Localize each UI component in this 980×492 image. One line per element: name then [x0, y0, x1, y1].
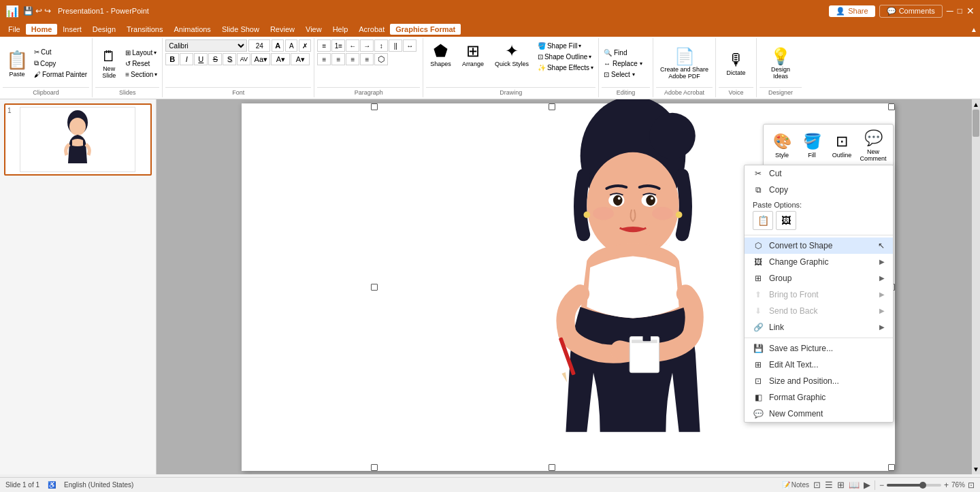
- menu-slideshow[interactable]: Slide Show: [216, 24, 265, 35]
- find-btn[interactable]: 🔍 Find: [602, 48, 650, 58]
- adobe-pdf-button[interactable]: 📄 Create and Share Adobe PDF: [656, 45, 713, 82]
- dictate-button[interactable]: 🎙 Dictate: [723, 48, 750, 78]
- float-style-btn[interactable]: 🎨 Style: [768, 127, 796, 164]
- menu-home[interactable]: Home: [26, 24, 58, 35]
- float-outline-btn[interactable]: ⊡ Outline: [828, 127, 856, 164]
- context-change-graphic[interactable]: 🖼 Change Graphic ▶: [745, 254, 893, 270]
- bullets-btn[interactable]: ≡: [317, 39, 331, 52]
- menu-file[interactable]: File: [3, 24, 26, 35]
- align-center-btn[interactable]: ≡: [331, 53, 345, 65]
- context-edit-alt-text[interactable]: ⊞ Edit Alt Text...: [745, 357, 893, 373]
- context-size-position[interactable]: ⊡ Size and Position...: [745, 373, 893, 389]
- clear-format-btn[interactable]: ✗: [299, 39, 311, 52]
- menu-help[interactable]: Help: [327, 24, 354, 35]
- select-btn[interactable]: ⊡ Select▾: [602, 69, 650, 80]
- copy-button[interactable]: ⧉ Copy: [32, 58, 89, 69]
- share-button[interactable]: 👤 Share: [829, 5, 875, 17]
- context-cut[interactable]: ✂ Cut: [745, 165, 893, 182]
- menu-transitions[interactable]: Transitions: [121, 24, 168, 35]
- reading-view-btn[interactable]: 📖: [849, 480, 860, 490]
- undo-btn[interactable]: ↩: [35, 6, 42, 16]
- context-link[interactable]: 🔗 Link ▶: [745, 319, 893, 335]
- shape-outline-btn[interactable]: ⊡ Shape Outline▾: [536, 52, 595, 62]
- zoom-out-btn[interactable]: −: [879, 480, 884, 490]
- italic-btn[interactable]: I: [180, 53, 193, 65]
- spacing-btn[interactable]: AV: [237, 53, 250, 65]
- format-painter-button[interactable]: 🖌 Format Painter: [32, 69, 89, 80]
- context-copy[interactable]: ⧉ Copy: [745, 182, 893, 198]
- selection-handle-tr[interactable]: [888, 103, 895, 110]
- float-fill-btn[interactable]: 🪣 Fill: [798, 127, 826, 164]
- align-right-btn[interactable]: ≡: [346, 53, 359, 65]
- save-btn[interactable]: 💾: [23, 6, 33, 16]
- menu-insert[interactable]: Insert: [57, 24, 87, 35]
- dec-indent-btn[interactable]: ←: [346, 39, 359, 52]
- text-direction-btn[interactable]: ↔: [403, 39, 416, 52]
- zoom-level-btn[interactable]: 76%: [951, 481, 965, 489]
- line-spacing-btn[interactable]: ↕: [374, 39, 388, 52]
- paste-button[interactable]: 📋 Paste: [3, 39, 31, 87]
- close-btn[interactable]: ✕: [966, 5, 975, 16]
- cut-button[interactable]: ✂ Cut: [32, 47, 89, 57]
- redo-btn[interactable]: ↪: [44, 6, 51, 16]
- bold-btn[interactable]: B: [165, 53, 179, 65]
- shapes-button[interactable]: ⬟ Shapes: [426, 39, 455, 69]
- context-send-to-back[interactable]: ⬇ Send to Back ▶: [745, 303, 893, 319]
- columns-btn[interactable]: ||: [389, 39, 402, 52]
- shape-effects-btn[interactable]: ✨ Shape Effects▾: [536, 63, 595, 73]
- font-name-select[interactable]: Calibri: [165, 39, 247, 52]
- float-new-comment-btn[interactable]: 💬 New Comment: [858, 127, 889, 164]
- shadow-btn[interactable]: S: [223, 53, 236, 65]
- paste-use-theme-btn[interactable]: 📋: [753, 211, 773, 230]
- menu-design[interactable]: Design: [87, 24, 121, 35]
- fit-slide-btn[interactable]: ⊡: [968, 480, 975, 490]
- selection-handle-bc[interactable]: [549, 464, 555, 471]
- slide-sorter-btn[interactable]: ⊞: [837, 480, 845, 490]
- maximize-btn[interactable]: □: [958, 6, 962, 16]
- slide-thumbnail-1[interactable]: 1: [4, 103, 152, 176]
- minimize-btn[interactable]: ─: [947, 5, 953, 16]
- selection-handle-bl[interactable]: [371, 464, 378, 471]
- selection-handle-ml[interactable]: [371, 284, 378, 291]
- numbering-btn[interactable]: 1≡: [331, 39, 345, 52]
- selection-handle-tl[interactable]: [371, 103, 378, 110]
- context-bring-to-front[interactable]: ⬆ Bring to Front ▶: [745, 286, 893, 303]
- underline-btn[interactable]: U: [194, 53, 208, 65]
- arrange-button[interactable]: ⊞ Arrange: [458, 39, 488, 69]
- case-btn[interactable]: Aa▾: [251, 53, 270, 65]
- paste-picture-btn[interactable]: 🖼: [776, 211, 796, 230]
- selection-handle-br[interactable]: [888, 464, 895, 471]
- strikethrough-btn[interactable]: S: [208, 53, 222, 65]
- slideshow-btn[interactable]: ▶: [864, 480, 870, 490]
- design-ideas-button[interactable]: 💡 Design Ideas: [766, 45, 795, 82]
- scroll-up-btn[interactable]: ▲: [971, 99, 980, 110]
- layout-button[interactable]: ⊞ Layout▾: [123, 48, 159, 58]
- menu-review[interactable]: Review: [265, 24, 300, 35]
- reset-button[interactable]: ↺ Reset: [123, 59, 159, 69]
- replace-btn[interactable]: ↔ Replace▾: [602, 59, 650, 69]
- zoom-slider[interactable]: [887, 484, 941, 487]
- menu-acrobat[interactable]: Acrobat: [353, 24, 390, 35]
- align-left-btn[interactable]: ≡: [317, 53, 331, 65]
- context-convert-to-shape[interactable]: ⬡ Convert to Shape ↖: [745, 237, 893, 254]
- normal-view-btn[interactable]: ⊡: [813, 480, 821, 490]
- inc-indent-btn[interactable]: →: [360, 39, 374, 52]
- context-save-as-picture[interactable]: 💾 Save as Picture...: [745, 340, 893, 357]
- collapse-ribbon-btn[interactable]: ▲: [970, 26, 977, 33]
- justify-btn[interactable]: ≡: [360, 53, 374, 65]
- quick-styles-button[interactable]: ✦ Quick Styles: [491, 39, 533, 69]
- context-new-comment[interactable]: 💬 New Comment: [745, 406, 893, 422]
- menu-graphics-format[interactable]: Graphics Format: [390, 24, 461, 35]
- selection-handle-tc[interactable]: [549, 103, 555, 110]
- smartart-btn[interactable]: ⬡: [374, 53, 388, 65]
- menu-view[interactable]: View: [300, 24, 327, 35]
- font-size-input[interactable]: [248, 39, 270, 52]
- notes-btn[interactable]: 📝 Notes: [782, 481, 809, 489]
- menu-animations[interactable]: Animations: [168, 24, 216, 35]
- section-button[interactable]: ≡ Section▾: [123, 69, 159, 80]
- font-color-btn[interactable]: A▾: [291, 53, 310, 65]
- context-format-graphic[interactable]: ◧ Format Graphic: [745, 389, 893, 406]
- comments-button[interactable]: 💬 Comments: [879, 5, 943, 18]
- zoom-in-btn[interactable]: +: [944, 480, 949, 490]
- scroll-down-btn[interactable]: ▼: [971, 464, 980, 474]
